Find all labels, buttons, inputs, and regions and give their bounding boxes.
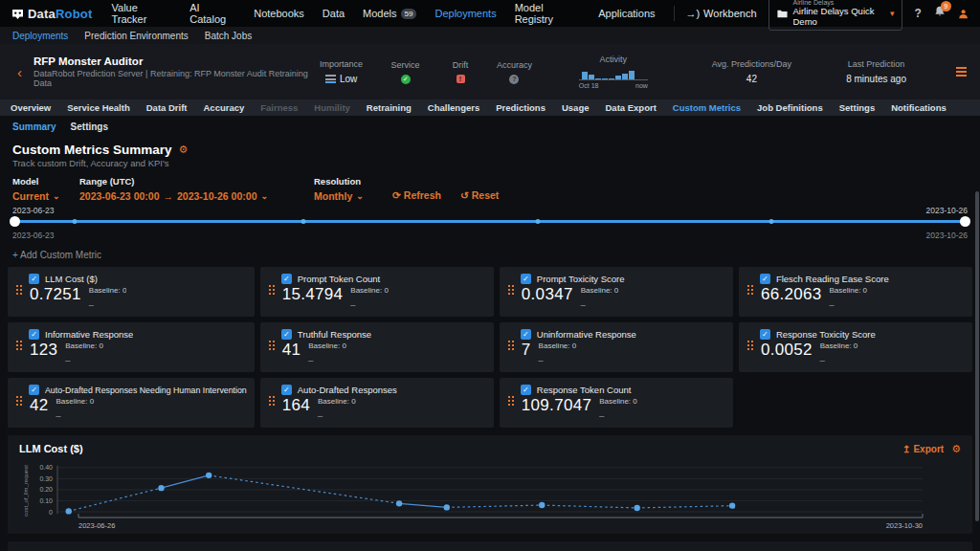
help-icon[interactable]: ? bbox=[914, 7, 921, 20]
tab-data-drift[interactable]: Data Drift bbox=[146, 102, 188, 113]
refresh-button[interactable]: ⟳Refresh bbox=[392, 189, 441, 202]
nav-models[interactable]: Models59 bbox=[363, 8, 416, 19]
reset-button[interactable]: ↺Reset bbox=[460, 189, 499, 202]
check-icon: ✓ bbox=[31, 331, 37, 339]
drag-handle-icon[interactable] bbox=[268, 340, 275, 350]
reset-icon: ↺ bbox=[460, 189, 469, 201]
metric-delta: _ bbox=[350, 297, 389, 306]
metric-card-llm-cost: ✓LLM Cost ($) 0.7251Baseline: 0_ bbox=[8, 267, 255, 317]
nav-applications[interactable]: Applications bbox=[598, 8, 655, 19]
scrollbar-thumb[interactable] bbox=[975, 191, 979, 521]
metric-checkbox[interactable]: ✓ bbox=[281, 274, 292, 284]
page-subtitle: Track custom Drift, Accuracy and KPI's bbox=[12, 158, 968, 168]
tab-usage[interactable]: Usage bbox=[562, 102, 590, 113]
resolution-dropdown[interactable]: Monthly⌄ bbox=[314, 190, 373, 202]
range-picker[interactable]: 2023-06-23 00:00→2023-10-26 00:00⌄ bbox=[79, 190, 295, 202]
add-custom-metric-button[interactable]: + Add Custom Metric bbox=[12, 250, 968, 260]
nav-ai-catalog[interactable]: AI Catalog bbox=[189, 2, 235, 25]
chevron-down-icon: ▾ bbox=[890, 10, 895, 18]
metric-checkbox[interactable]: ✓ bbox=[760, 329, 770, 340]
chart-settings-gear-icon[interactable]: ⚙ bbox=[951, 444, 961, 454]
arrow-right-icon: → bbox=[163, 190, 173, 202]
drag-handle-icon[interactable] bbox=[507, 340, 514, 350]
drag-handle-icon[interactable] bbox=[507, 395, 514, 406]
importance-value: Low bbox=[340, 74, 357, 84]
metric-card-uninformative-response: ✓Uninformative Response 7Baseline: 0_ bbox=[500, 322, 733, 372]
nav-model-registry[interactable]: Model Registry bbox=[515, 2, 581, 25]
tab-overview[interactable]: Overview bbox=[11, 102, 51, 113]
notifications-bell[interactable]: 9 bbox=[933, 5, 947, 22]
project-selector[interactable]: Airline Delays Airline Delays Quick Demo… bbox=[768, 0, 903, 31]
slider-handle-end[interactable] bbox=[960, 216, 970, 227]
workbench-link[interactable]: →)Workbench bbox=[685, 8, 756, 19]
app-window: DataRobot Value Tracker AI Catalog Noteb… bbox=[0, 0, 980, 551]
metric-delta: _ bbox=[581, 297, 619, 306]
drag-handle-icon[interactable] bbox=[15, 340, 22, 350]
drag-handle-icon[interactable] bbox=[15, 395, 22, 406]
tab-accuracy[interactable]: Accuracy bbox=[204, 102, 245, 113]
export-button[interactable]: ↥Export bbox=[902, 444, 944, 454]
metric-checkbox[interactable]: ✓ bbox=[521, 274, 531, 284]
nav-deployments[interactable]: Deployments bbox=[434, 8, 496, 19]
tab-retraining[interactable]: Retraining bbox=[367, 102, 412, 113]
last-prediction-value: 8 minutes ago bbox=[846, 74, 906, 84]
subnav-prediction-environments[interactable]: Prediction Environments bbox=[84, 31, 188, 41]
metric-value: 15.4794 bbox=[282, 286, 344, 304]
metric-baseline: Baseline: 0 bbox=[581, 286, 619, 295]
tab-data-export[interactable]: Data Export bbox=[605, 102, 656, 113]
subnav-deployments[interactable]: Deployments bbox=[12, 31, 68, 41]
metric-checkbox[interactable]: ✓ bbox=[281, 385, 292, 395]
back-chevron-icon[interactable]: ‹ bbox=[17, 65, 22, 79]
hamburger-menu-icon[interactable] bbox=[956, 67, 967, 77]
tab-custom-metrics[interactable]: Custom Metrics bbox=[673, 102, 741, 113]
subtab-settings[interactable]: Settings bbox=[71, 121, 108, 132]
metric-checkbox[interactable]: ✓ bbox=[29, 329, 39, 340]
drag-handle-icon[interactable] bbox=[746, 340, 753, 350]
user-profile-icon[interactable] bbox=[958, 8, 969, 20]
tab-predictions[interactable]: Predictions bbox=[496, 102, 546, 113]
export-icon: ↥ bbox=[902, 444, 910, 454]
nav-data[interactable]: Data bbox=[323, 8, 345, 19]
drag-handle-icon[interactable] bbox=[15, 284, 22, 295]
drag-handle-icon[interactable] bbox=[746, 284, 753, 295]
metric-checkbox[interactable]: ✓ bbox=[29, 385, 39, 395]
check-icon: ✓ bbox=[762, 331, 768, 339]
model-dropdown[interactable]: Current⌄ bbox=[12, 190, 60, 202]
drag-handle-icon[interactable] bbox=[268, 395, 275, 406]
refresh-icon: ⟳ bbox=[392, 189, 401, 201]
tab-job-definitions[interactable]: Job Definitions bbox=[757, 102, 823, 113]
metric-checkbox[interactable]: ✓ bbox=[521, 329, 531, 340]
tab-service-health[interactable]: Service Health bbox=[67, 102, 129, 113]
slider-end-date-top: 2023-10-26 bbox=[926, 206, 968, 215]
metric-baseline: Baseline: 0 bbox=[829, 286, 867, 295]
subnav-batch-jobs[interactable]: Batch Jobs bbox=[205, 31, 252, 41]
slider-start-date-bottom: 2023-06-23 bbox=[12, 231, 54, 240]
metric-value: 7 bbox=[522, 342, 531, 360]
tab-notifications[interactable]: Notifications bbox=[891, 102, 947, 113]
top-nav-bar: DataRobot Value Tracker AI Catalog Noteb… bbox=[0, 0, 980, 27]
check-icon: ✓ bbox=[283, 386, 290, 394]
nav-notebooks[interactable]: Notebooks bbox=[254, 8, 304, 19]
slider-handle-start[interactable] bbox=[10, 216, 20, 227]
drag-handle-icon[interactable] bbox=[268, 284, 275, 295]
drag-handle-icon[interactable] bbox=[507, 284, 514, 295]
chevron-down-icon: ⌄ bbox=[53, 192, 60, 201]
activity-chart bbox=[579, 69, 648, 80]
metric-checkbox[interactable]: ✓ bbox=[29, 274, 39, 284]
tab-settings[interactable]: Settings bbox=[839, 102, 875, 113]
slider-track[interactable] bbox=[12, 220, 968, 223]
metric-checkbox[interactable]: ✓ bbox=[521, 385, 531, 395]
metric-card-prompt-toxicity: ✓Prompt Toxicity Score 0.0347Baseline: 0… bbox=[500, 267, 733, 317]
datarobot-logo[interactable]: DataRobot bbox=[11, 7, 93, 21]
metric-baseline: Baseline: 0 bbox=[539, 342, 577, 350]
tab-challengers[interactable]: Challengers bbox=[428, 102, 479, 113]
subtab-summary[interactable]: Summary bbox=[12, 121, 56, 132]
service-stat: Service ✓ bbox=[374, 60, 436, 84]
metric-name: Flesch Reading Ease Score bbox=[776, 274, 889, 284]
metric-card-response-toxicity: ✓Response Toxicity Score 0.0052Baseline:… bbox=[739, 322, 972, 372]
metric-checkbox[interactable]: ✓ bbox=[760, 274, 770, 284]
summary-settings-gear-icon[interactable]: ⚙ bbox=[179, 144, 189, 155]
metric-checkbox[interactable]: ✓ bbox=[281, 329, 292, 340]
slider-start-date-top: 2023-06-23 bbox=[12, 206, 54, 215]
nav-value-tracker[interactable]: Value Tracker bbox=[112, 2, 172, 25]
